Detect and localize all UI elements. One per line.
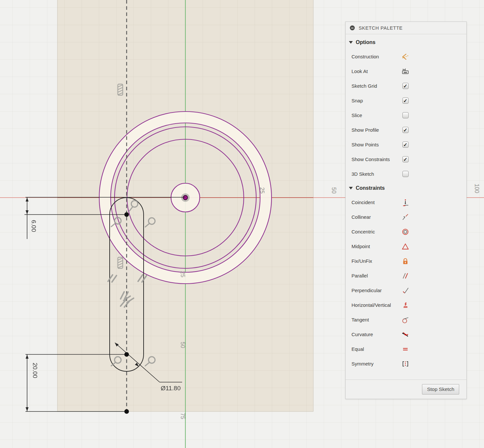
- constraint-row-equal: Equal: [346, 342, 466, 356]
- slice-checkbox[interactable]: ✓: [402, 112, 409, 118]
- fix-unfix-button[interactable]: [401, 258, 410, 265]
- constraint-row-symmetry: Symmetry: [346, 356, 466, 371]
- dim-vertical-offset: 6.00: [30, 220, 37, 232]
- constraint-row-curvature: Curvature: [346, 327, 466, 342]
- construction-end-point: [124, 409, 129, 414]
- parallel-button[interactable]: [401, 272, 410, 279]
- grid-label-y-50: 50: [180, 342, 186, 348]
- look-at-icon: [401, 67, 409, 75]
- parallel-icon: [402, 272, 409, 279]
- midpoint-button[interactable]: [401, 243, 410, 250]
- option-row-show-points: Show Points ✓: [346, 137, 466, 152]
- option-row-show-constraints: Show Constraints ✓: [346, 152, 466, 167]
- dim-slot-diameter: Ø11.80: [161, 385, 181, 392]
- snap-checkbox[interactable]: ✓: [402, 97, 409, 104]
- 3d-sketch-checkbox[interactable]: ✓: [402, 171, 409, 177]
- grid-label-x-100: 100: [474, 184, 480, 193]
- equal-button[interactable]: [401, 346, 410, 353]
- constraint-row-tangent: Tangent: [346, 312, 466, 327]
- grid-label-x-25: 25: [259, 187, 265, 193]
- concentric-icon: [402, 228, 409, 235]
- horizontal-vertical-button[interactable]: [401, 302, 410, 309]
- tangent-icon: [402, 316, 409, 323]
- constraint-row-midpoint: Midpoint: [346, 239, 466, 254]
- sketch-grid-checkbox[interactable]: ✓: [402, 83, 409, 89]
- fusion-sketch-screen: { "palette": { "title": "SKETCH PALETTE"…: [0, 0, 484, 448]
- midpoint-icon: [402, 243, 409, 250]
- palette-header: SKETCH PALETTE: [346, 22, 466, 34]
- symmetry-icon: [402, 360, 409, 367]
- constraint-row-parallel: Parallel: [346, 268, 466, 283]
- option-row-sketch-grid: Sketch Grid ✓: [346, 79, 466, 93]
- collinear-button[interactable]: [401, 214, 410, 221]
- constraint-row-collinear: Collinear: [346, 210, 466, 224]
- slot-bottom-center-point: [124, 352, 129, 357]
- show-profile-checkbox[interactable]: ✓: [402, 127, 409, 133]
- option-row-slice: Slice ✓: [346, 108, 466, 123]
- constraint-row-horizontal-vertical: Horizontal/Vertical: [346, 298, 466, 312]
- option-row-3d-sketch: 3D Sketch ✓: [346, 167, 466, 181]
- constraint-row-perpendicular: Perpendicular: [346, 283, 466, 298]
- grid-label-x-50: 50: [331, 187, 337, 194]
- palette-title: SKETCH PALETTE: [359, 25, 403, 31]
- construction-icon: [401, 53, 409, 61]
- dim-slot-length: 20.00: [32, 363, 39, 378]
- coincident-button[interactable]: [401, 199, 410, 206]
- construction-button[interactable]: [401, 53, 410, 61]
- constraint-row-coincident: Coincident: [346, 195, 466, 210]
- palette-footer: Stop Sketch: [346, 380, 466, 399]
- origin-point[interactable]: [181, 193, 190, 202]
- option-row-snap: Snap ✓: [346, 93, 466, 108]
- chevron-down-icon: [349, 187, 353, 189]
- option-row-construction: Construction: [346, 49, 466, 64]
- show-points-checkbox[interactable]: ✓: [402, 142, 409, 148]
- curvature-button[interactable]: [401, 331, 410, 338]
- concentric-button[interactable]: [401, 228, 410, 235]
- look-at-button[interactable]: [401, 67, 410, 75]
- option-row-show-profile: Show Profile ✓: [346, 123, 466, 137]
- slot-top-center-point: [124, 212, 129, 217]
- grid-label-y-25: 25: [180, 271, 186, 277]
- grid-label-y-75: 75: [180, 413, 186, 419]
- symmetry-button[interactable]: [401, 360, 410, 367]
- options-section-header[interactable]: Options: [346, 36, 466, 49]
- perpendicular-button[interactable]: [401, 287, 410, 294]
- coincident-icon: [402, 199, 409, 206]
- show-constraints-checkbox[interactable]: ✓: [402, 156, 409, 162]
- perpendicular-icon: [402, 287, 409, 294]
- chevron-down-icon: [349, 41, 353, 44]
- constraint-row-concentric: Concentric: [346, 224, 466, 239]
- horizontal-vertical-icon: [402, 302, 409, 309]
- collapse-icon[interactable]: [350, 25, 355, 30]
- curvature-icon: [402, 331, 409, 338]
- palette-body: Options Construction Look At: [346, 34, 466, 380]
- lock-icon: [402, 258, 409, 265]
- collinear-icon: [402, 214, 409, 221]
- option-row-look-at: Look At: [346, 64, 466, 79]
- constraints-section-header[interactable]: Constraints: [346, 181, 466, 195]
- equal-icon: [402, 346, 409, 353]
- tangent-button[interactable]: [401, 316, 410, 323]
- sketch-palette-panel: SKETCH PALETTE Options Construction Look…: [345, 22, 467, 399]
- constraint-row-fix-unfix: Fix/UnFix: [346, 254, 466, 268]
- stop-sketch-button[interactable]: Stop Sketch: [422, 384, 459, 395]
